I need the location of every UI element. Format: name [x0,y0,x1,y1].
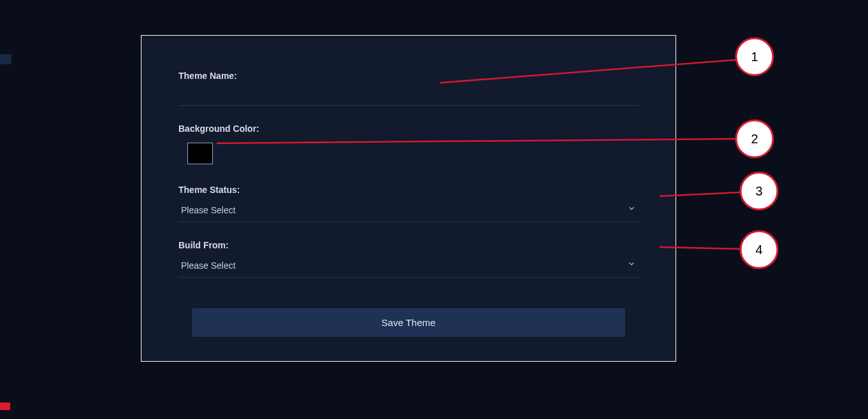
theme-name-field: Theme Name: [178,71,639,106]
build-from-label: Build From: [178,240,639,250]
svg-point-7 [741,231,778,268]
build-from-field: Build From: Please Select [178,240,639,278]
theme-form-panel: Theme Name: Background Color: Theme Stat… [141,35,676,362]
annotation-marker-4: 4 [755,243,762,257]
theme-status-field: Theme Status: Please Select [178,185,639,222]
build-from-select-wrap[interactable]: Please Select [178,255,639,278]
build-from-select[interactable]: Please Select [178,255,639,277]
background-color-swatch[interactable] [187,143,213,164]
side-accent [0,54,11,64]
svg-point-1 [736,38,773,75]
theme-status-select-wrap[interactable]: Please Select [178,200,639,222]
svg-point-5 [741,173,778,210]
corner-mark [0,402,10,410]
theme-status-label: Theme Status: [178,185,639,195]
svg-point-3 [736,120,773,157]
annotation-marker-3: 3 [755,184,762,198]
save-theme-button[interactable]: Save Theme [192,308,625,337]
background-color-field: Background Color: [178,124,639,167]
theme-status-select[interactable]: Please Select [178,200,639,222]
annotation-marker-2: 2 [751,132,758,146]
background-color-label: Background Color: [178,124,639,134]
theme-name-input[interactable] [178,86,639,106]
annotation-marker-1: 1 [751,50,758,64]
theme-name-label: Theme Name: [178,71,639,81]
